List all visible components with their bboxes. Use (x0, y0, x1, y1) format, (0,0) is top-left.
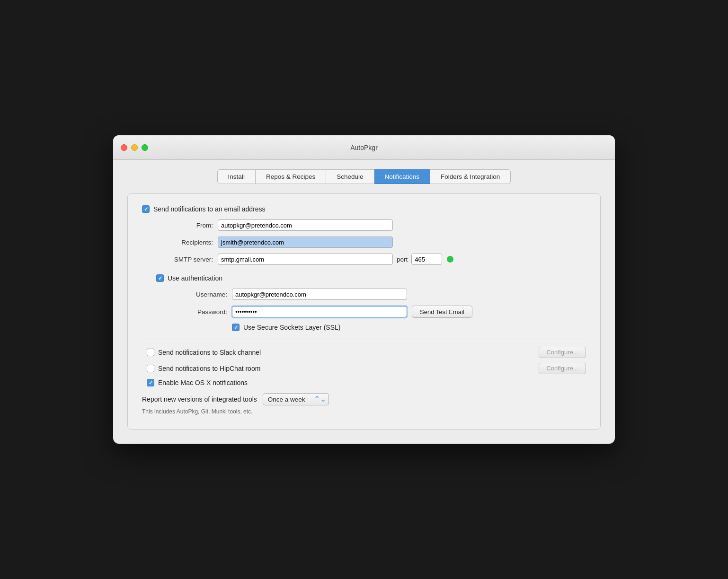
username-input[interactable] (232, 289, 407, 300)
send-test-email-button[interactable]: Send Test Email (412, 306, 472, 318)
smtp-label: SMTP server: (151, 256, 213, 263)
auth-enable-label: Use authentication (168, 274, 222, 282)
port-input[interactable] (411, 254, 442, 265)
email-enable-row: Send notifications to an email address (142, 205, 586, 213)
ssl-row: Use Secure Sockets Layer (SSL) (156, 324, 586, 331)
maximize-button[interactable] (142, 144, 148, 151)
smtp-status-indicator (447, 256, 453, 263)
tab-bar: Install Repos & Recipes Schedule Notific… (127, 169, 601, 184)
smtp-input[interactable] (218, 254, 393, 265)
recipients-row: Recipients: (142, 237, 586, 248)
ssl-checkbox[interactable] (232, 324, 240, 331)
report-footnote: This includes AutoPkg, Git, Munki tools,… (142, 408, 586, 415)
auth-enable-checkbox[interactable] (156, 274, 164, 282)
hipchat-configure-button: Configure... (539, 363, 586, 374)
report-row: Report new versions of integrated tools … (142, 393, 586, 405)
tab-repos[interactable]: Repos & Recipes (256, 169, 326, 184)
services-block: Send notifications to Slack channel Conf… (142, 347, 586, 386)
macos-label: Enable Mac OS X notifications (158, 379, 248, 386)
auth-section: Use authentication Username: Password: S… (142, 274, 586, 331)
titlebar: AutoPkgr (113, 135, 615, 160)
hipchat-checkbox[interactable] (147, 365, 154, 372)
username-row: Username: (156, 289, 586, 300)
main-panel: Send notifications to an email address F… (127, 193, 601, 430)
content-area: Install Repos & Recipes Schedule Notific… (113, 160, 615, 444)
email-enable-checkbox[interactable] (142, 205, 150, 213)
port-label: port (397, 256, 408, 263)
report-select-wrapper: Never Once a day Once a week Once a mont… (263, 393, 329, 405)
recipients-input[interactable] (218, 237, 393, 248)
tab-install[interactable]: Install (217, 169, 256, 184)
divider (142, 339, 586, 339)
slack-label: Send notifications to Slack channel (158, 349, 535, 356)
macos-checkbox[interactable] (147, 379, 154, 386)
slack-configure-button: Configure... (539, 347, 586, 358)
from-input[interactable] (218, 219, 393, 231)
traffic-lights (121, 144, 148, 151)
auth-enable-row: Use authentication (156, 274, 586, 282)
username-label: Username: (166, 291, 227, 298)
tab-notifications[interactable]: Notifications (374, 169, 431, 184)
slack-row: Send notifications to Slack channel Conf… (147, 347, 586, 358)
report-label: Report new versions of integrated tools (142, 395, 257, 403)
recipients-label: Recipients: (151, 239, 213, 246)
slack-checkbox[interactable] (147, 349, 154, 356)
email-enable-label: Send notifications to an email address (153, 205, 266, 213)
report-frequency-select[interactable]: Never Once a day Once a week Once a mont… (263, 393, 329, 405)
app-window: AutoPkgr Install Repos & Recipes Schedul… (113, 135, 615, 444)
macos-row: Enable Mac OS X notifications (147, 379, 586, 386)
tab-schedule[interactable]: Schedule (326, 169, 374, 184)
tab-folders[interactable]: Folders & Integration (430, 169, 511, 184)
password-input[interactable] (232, 306, 407, 317)
from-row: From: (142, 219, 586, 231)
hipchat-row: Send notifications to HipChat room Confi… (147, 363, 586, 374)
ssl-label: Use Secure Sockets Layer (SSL) (243, 324, 340, 331)
window-title: AutoPkgr (350, 144, 378, 151)
hipchat-label: Send notifications to HipChat room (158, 365, 535, 372)
minimize-button[interactable] (131, 144, 138, 151)
email-section: Send notifications to an email address F… (142, 205, 586, 265)
password-row: Password: Send Test Email (156, 306, 586, 318)
smtp-row: SMTP server: port (142, 254, 586, 265)
close-button[interactable] (121, 144, 127, 151)
password-label: Password: (166, 308, 227, 316)
from-label: From: (151, 222, 213, 229)
